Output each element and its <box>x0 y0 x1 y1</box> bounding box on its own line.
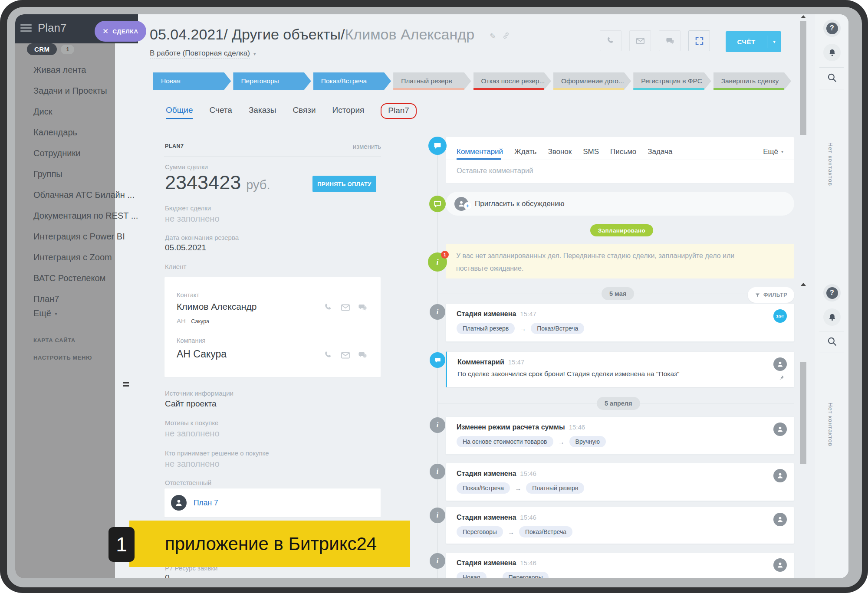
notifications-button[interactable] <box>823 44 841 61</box>
crm-count-badge: 1 <box>61 45 74 54</box>
timeline-card-sum-mode[interactable]: Изменен режим расчета суммы 15:46 На осн… <box>446 416 794 455</box>
scroll-up-arrow[interactable] <box>801 283 806 286</box>
timeline-card-stage-change[interactable]: Стадия изменена 15:46 Переговоры → Показ… <box>446 507 794 544</box>
stage-showing[interactable]: Показ/Встреча <box>313 72 391 90</box>
mail-icon[interactable] <box>340 350 351 360</box>
sidebar-resize-handle[interactable] <box>123 382 129 388</box>
tab-orders[interactable]: Заказы <box>249 105 276 119</box>
comment-input[interactable] <box>446 160 794 181</box>
mail-icon[interactable] <box>340 302 351 313</box>
stage-refusal[interactable]: Отказ после резер... <box>473 72 551 90</box>
chat-icon[interactable] <box>357 350 368 360</box>
sidebar-item-plan7[interactable]: План7 <box>33 288 138 309</box>
timeline-card-comment[interactable]: Комментарий 15:47 По сделке закончился с… <box>446 351 794 387</box>
tab-relations[interactable]: Связи <box>293 105 316 119</box>
email-button[interactable] <box>629 30 651 51</box>
phone-icon[interactable] <box>323 350 334 360</box>
sidebar-item-groups[interactable]: Группы <box>33 164 138 184</box>
stage-from-badge: Новая <box>457 572 487 578</box>
help-button[interactable]: ? <box>823 20 841 37</box>
annotation-callout: приложение в Битрикс24 <box>129 521 410 567</box>
sidebar-item-tasks[interactable]: Задачи и Проекты <box>33 80 138 101</box>
hamburger-menu-icon[interactable] <box>20 24 32 33</box>
expand-icon <box>694 36 704 46</box>
notifications-button[interactable] <box>823 308 841 326</box>
scrollbar-thumb[interactable] <box>800 362 806 464</box>
sidebar-item-zoom[interactable]: Интеграция с Zoom <box>33 247 138 268</box>
chat-icon[interactable] <box>357 302 368 313</box>
composer-tab-sms[interactable]: SMS <box>583 147 599 156</box>
stage-negotiation[interactable]: Переговоры <box>233 72 311 90</box>
person-icon <box>174 498 184 508</box>
sidebar-item-cloud-ats[interactable]: Облачная АТС Билайн ... <box>33 184 138 205</box>
sitemap-link[interactable]: КАРТА САЙТА <box>33 337 76 344</box>
sidebar-more-label: Ещё <box>33 308 51 318</box>
composer-tab-letter[interactable]: Письмо <box>610 147 636 156</box>
composer-tab-comment[interactable]: Комментарий <box>457 147 503 156</box>
copy-link-icon[interactable] <box>502 32 510 42</box>
stage-contract[interactable]: Оформление дого... <box>553 72 631 90</box>
budget-label: Бюджет сделки <box>165 204 211 212</box>
stage-paid-reserve[interactable]: Платный резерв <box>393 72 471 90</box>
scroll-up-arrow[interactable] <box>801 15 806 18</box>
tab-general[interactable]: Общие <box>166 105 193 119</box>
sidebar-item-powerbi[interactable]: Интеграция с Power BI <box>33 226 138 247</box>
composer-tab-call[interactable]: Звонок <box>548 147 572 156</box>
timeline-card-stage-change[interactable]: Стадия изменена 15:47 Платный резерв → П… <box>446 303 794 342</box>
tab-plan7[interactable]: Plan7 <box>381 103 417 119</box>
sidebar-item-rest-docs[interactable]: Документация по REST ... <box>33 205 138 226</box>
stage-to-badge: Платный резерв <box>526 482 584 494</box>
composer-more-button[interactable]: Ещё ▾ <box>763 147 783 156</box>
invoice-button[interactable]: СЧЁТ ▾ <box>726 31 781 52</box>
sidebar-item-vats[interactable]: ВАТС Ростелеком <box>33 268 138 288</box>
deal-chip-button[interactable]: ✕ СДЕЛКА <box>95 21 146 42</box>
composer-tab-wait[interactable]: Ждать <box>514 147 536 156</box>
call-button[interactable] <box>600 30 621 51</box>
app-window: CRM 1 Живая лента Задачи и Проекты Диск … <box>15 14 848 578</box>
open-slider-button[interactable] <box>688 30 710 51</box>
stage-new[interactable]: Новая <box>153 72 231 90</box>
invite-to-discussion-button[interactable]: + Пригласить к обсуждению <box>446 192 794 216</box>
contact-label: Контакт <box>177 292 199 298</box>
sidebar-item-crm[interactable]: CRM <box>27 43 57 55</box>
contact-name-link[interactable]: Климов Александр <box>177 301 256 312</box>
divider <box>819 89 844 89</box>
sidebar-item-calendar[interactable]: Календарь <box>33 122 138 143</box>
stage-underline <box>393 88 464 90</box>
stage-underline <box>633 88 704 90</box>
filter-button[interactable]: ФИЛЬТР <box>748 287 794 303</box>
sidebar-more-button[interactable]: Ещё ▾ <box>33 308 57 318</box>
search-button[interactable] <box>826 336 838 347</box>
scrollbar-thumb[interactable] <box>800 21 806 135</box>
phone-icon[interactable] <box>323 302 334 313</box>
stage-close-deal[interactable]: Завершить сделку <box>713 72 791 90</box>
edit-link[interactable]: изменить <box>346 143 381 150</box>
edit-title-icon[interactable]: ✎ <box>490 32 496 42</box>
sidebar-item-live-feed[interactable]: Живая лента <box>33 59 138 80</box>
responsible-name-link[interactable]: План 7 <box>194 498 218 508</box>
composer-tab-task[interactable]: Задача <box>648 147 672 156</box>
title-tools: ✎ <box>490 32 510 42</box>
close-icon[interactable]: ✕ <box>102 28 108 35</box>
customize-menu-link[interactable]: НАСТРОИТЬ МЕНЮ <box>33 354 92 361</box>
tab-invoices[interactable]: Счета <box>209 105 232 119</box>
accept-payment-button[interactable]: ПРИНЯТЬ ОПЛАТУ <box>312 176 376 192</box>
no-contacts-label: Нет контактов <box>827 142 834 186</box>
timeline-card-stage-change[interactable]: Стадия изменена 15:46 Новая → Переговоры <box>446 552 794 578</box>
card-time: 15:47 <box>520 310 536 318</box>
pin-icon[interactable] <box>778 374 785 383</box>
sidebar-item-drive[interactable]: Диск <box>33 101 138 122</box>
search-button[interactable] <box>826 72 838 83</box>
chat-button[interactable] <box>659 30 681 51</box>
chevron-down-icon[interactable]: ▾ <box>767 31 781 52</box>
sidebar-item-employees[interactable]: Сотрудники <box>33 143 138 164</box>
stage-frs-registration[interactable]: Регистрация в ФРС <box>633 72 711 90</box>
card-time: 15:46 <box>520 514 536 521</box>
tab-history[interactable]: История <box>332 105 365 119</box>
arrow-right-icon: → <box>491 574 498 579</box>
timeline-card-stage-change[interactable]: Стадия изменена 15:46 Показ/Встреча → Пл… <box>446 463 794 501</box>
contact-actions <box>323 302 368 313</box>
help-button[interactable]: ? <box>823 284 841 301</box>
company-name-link[interactable]: АН Сакура <box>177 348 227 360</box>
deal-status-dropdown[interactable]: В работе (Повторная сделка) ▾ <box>150 49 256 59</box>
